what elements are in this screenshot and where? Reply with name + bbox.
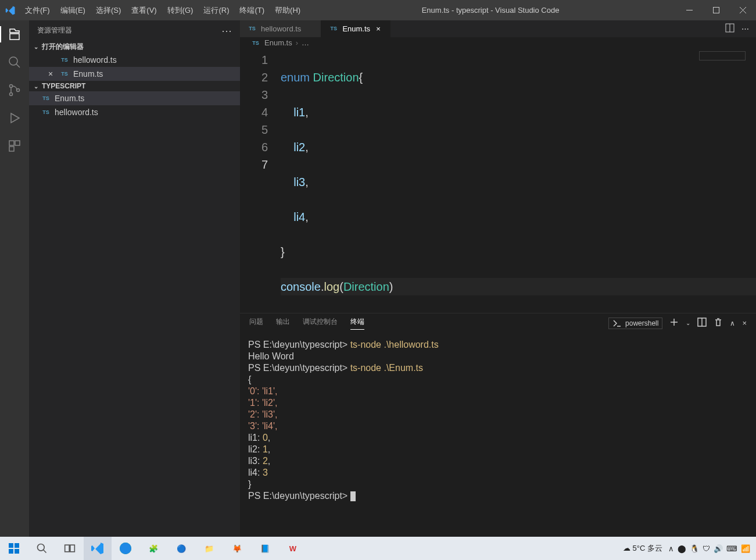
system-tray[interactable]: ∧ ⬤ 🐧 🛡 🔊 ⌨ 📶 [668,544,750,553]
panel-tab-problems[interactable]: 问题 [249,317,263,329]
file-label: Enum.ts [55,94,84,103]
ts-file-icon: TS [59,57,70,63]
line-numbers: 1234567 [240,51,281,313]
sidebar-more-icon[interactable]: ⋯ [221,24,232,37]
taskbar-app-icon[interactable]: 🔵 [167,537,195,560]
new-terminal-icon[interactable] [669,318,679,329]
chevron-down-icon: ⌄ [33,83,40,90]
close-panel-icon[interactable]: × [742,319,747,327]
file-label: helloword.ts [55,108,98,117]
bottom-panel: 问题 输出 调试控制台 终端 powershell ⌄ ∧ × PS [240,313,756,537]
tray-keyboard-icon[interactable]: ⌨ [726,544,737,553]
open-editor-item[interactable]: × TS Enum.ts [29,67,240,81]
editor-tabs: TS helloword.ts × TS Enum.ts × ⋯ [240,20,756,37]
tray-volume-icon[interactable]: 🔊 [714,544,723,553]
breadcrumb[interactable]: TS Enum.ts › … [240,37,756,49]
panel-tab-output[interactable]: 输出 [276,317,290,329]
tray-up-icon[interactable]: ∧ [668,544,674,553]
ts-file-icon: TS [41,109,51,115]
code-editor[interactable]: 1234567 enum Direction{ li1, li2, li3, l… [240,49,756,313]
open-editors-section[interactable]: ⌄ 打开的编辑器 [29,41,240,53]
taskbar-explorer-icon[interactable]: 📁 [195,537,223,560]
tray-icon[interactable]: ⬤ [678,544,686,553]
close-icon[interactable]: × [45,69,56,79]
svg-rect-5 [9,141,14,145]
breadcrumb-symbol: … [302,38,309,47]
menu-go[interactable]: 转到(G) [163,0,198,20]
extensions-icon[interactable] [6,138,23,154]
sidebar-explorer: 资源管理器 ⋯ ⌄ 打开的编辑器 × TS helloword.ts × TS … [29,20,240,537]
tab-label: helloword.ts [261,24,301,33]
taskbar-wps-icon[interactable]: W [279,537,307,560]
sidebar-title: 资源管理器 [37,26,72,35]
more-actions-icon[interactable]: ⋯ [741,24,749,33]
taskbar-app-icon[interactable]: 📘 [251,537,279,560]
menu-file[interactable]: 文件(F) [20,0,55,20]
folder-section[interactable]: ⌄ TYPESCRIPT [29,81,240,91]
panel-tab-terminal[interactable]: 终端 [350,317,364,330]
search-icon[interactable] [6,54,23,70]
svg-point-2 [10,85,13,88]
file-label: Enum.ts [73,69,103,79]
trash-icon[interactable] [714,318,723,329]
menu-view[interactable]: 查看(V) [127,0,161,20]
menu-run[interactable]: 运行(R) [199,0,234,20]
vscode-logo-icon [0,5,20,16]
window-close-button[interactable] [729,0,756,20]
code-content[interactable]: enum Direction{ li1, li2, li3, li4, } co… [281,51,756,313]
editor-area: TS helloword.ts × TS Enum.ts × ⋯ TS Enum… [240,20,756,537]
breadcrumb-file: Enum.ts [264,38,292,47]
window-controls [676,0,756,20]
svg-rect-11 [15,543,19,548]
svg-rect-12 [9,549,13,554]
taskbar-vscode-icon[interactable] [84,537,112,560]
open-editors-label: 打开的编辑器 [42,42,84,52]
open-editor-item[interactable]: × TS helloword.ts [29,53,240,67]
start-button[interactable] [0,537,28,560]
editor-tab[interactable]: TS Enum.ts × [321,20,390,37]
chevron-down-icon[interactable]: ⌄ [686,320,690,326]
run-debug-icon[interactable] [6,110,23,126]
window-maximize-button[interactable] [703,0,729,20]
search-button[interactable] [28,537,56,560]
svg-rect-16 [70,545,74,552]
panel-tab-debug[interactable]: 调试控制台 [303,317,338,329]
svg-rect-7 [9,147,14,151]
weather-widget[interactable]: ☁ 5°C 多云 [623,543,662,554]
source-control-icon[interactable] [6,82,23,98]
file-label: helloword.ts [73,55,117,65]
folder-label: TYPESCRIPT [42,82,85,90]
tray-wifi-icon[interactable]: 📶 [741,544,750,553]
svg-rect-13 [15,549,19,554]
close-icon[interactable]: × [374,24,383,33]
split-terminal-icon[interactable] [697,318,707,329]
split-editor-icon[interactable] [725,23,734,34]
editor-tab[interactable]: TS helloword.ts × [240,20,321,37]
taskbar-app-icon[interactable]: 🧩 [139,537,167,560]
taskbar-firefox-icon[interactable]: 🦊 [223,537,251,560]
svg-point-14 [38,544,45,551]
menu-edit[interactable]: 编辑(E) [56,0,90,20]
tray-shield-icon[interactable]: 🛡 [703,544,710,553]
window-minimize-button[interactable] [676,0,703,20]
tray-icon[interactable]: 🐧 [690,544,699,553]
explorer-icon[interactable] [6,26,23,42]
windows-taskbar: 🧩 🔵 📁 🦊 📘 W ☁ 5°C 多云 ∧ ⬤ 🐧 🛡 🔊 ⌨ 📶 [0,537,756,560]
chevron-right-icon: › [296,38,298,47]
menu-help[interactable]: 帮助(H) [270,0,305,20]
svg-rect-15 [65,545,70,552]
file-item[interactable]: TS Enum.ts [29,91,240,105]
taskbar-edge-icon[interactable] [112,537,139,560]
svg-point-3 [10,93,13,96]
minimap[interactable] [699,51,746,60]
menu-bar: 文件(F) 编辑(E) 选择(S) 查看(V) 转到(G) 运行(R) 终端(T… [20,0,305,20]
menu-terminal[interactable]: 终端(T) [235,0,269,20]
title-bar: 文件(F) 编辑(E) 选择(S) 查看(V) 转到(G) 运行(R) 终端(T… [0,0,756,20]
svg-rect-0 [713,8,719,13]
terminal-selector[interactable]: powershell [608,318,662,329]
terminal-output[interactable]: PS E:\deyun\typescript> ts-node .\hellow… [240,333,756,537]
maximize-panel-icon[interactable]: ∧ [730,319,735,327]
file-item[interactable]: TS helloword.ts [29,105,240,119]
menu-selection[interactable]: 选择(S) [91,0,126,20]
task-view-button[interactable] [56,537,84,560]
